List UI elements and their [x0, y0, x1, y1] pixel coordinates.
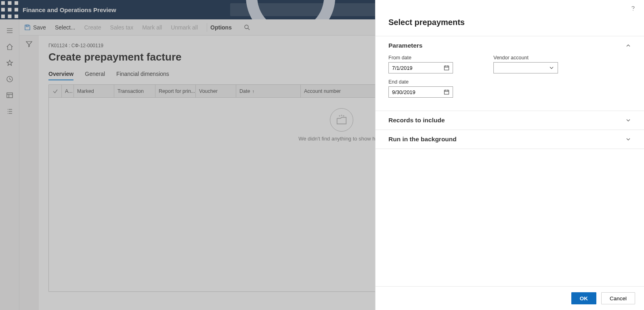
- select-prepayments-panel: Select prepayments Parameters From date …: [375, 0, 644, 310]
- help-icon: [629, 5, 637, 12]
- chevron-up-icon: [625, 43, 631, 48]
- workspaces-button[interactable]: [0, 87, 19, 103]
- svg-rect-6: [1, 15, 5, 18]
- section-parameters-header[interactable]: Parameters: [375, 36, 644, 55]
- chevron-down-icon: [625, 136, 631, 142]
- svg-rect-38: [445, 90, 449, 94]
- folder-icon: [336, 114, 348, 126]
- star-icon: [6, 59, 13, 67]
- calendar-icon: [444, 65, 449, 71]
- svg-point-31: [341, 115, 342, 115]
- svg-rect-3: [1, 8, 5, 12]
- svg-rect-4: [8, 8, 12, 12]
- sort-asc-icon: ↑: [252, 89, 254, 94]
- svg-rect-27: [26, 25, 28, 27]
- col-transaction[interactable]: Transaction: [114, 85, 155, 97]
- tab-general[interactable]: General: [85, 71, 105, 80]
- svg-rect-8: [15, 15, 18, 18]
- salestax-button: Sales tax: [110, 24, 134, 31]
- check-icon: [52, 88, 58, 94]
- col-a[interactable]: A...: [62, 85, 74, 97]
- col-select-all[interactable]: [49, 85, 62, 97]
- tab-overview[interactable]: Overview: [48, 71, 73, 80]
- svg-marker-14: [7, 60, 13, 65]
- col-marked[interactable]: Marked: [74, 85, 114, 97]
- find-button[interactable]: [244, 24, 250, 31]
- svg-point-32: [343, 115, 344, 116]
- recent-button[interactable]: [0, 71, 19, 87]
- svg-point-33: [633, 10, 634, 11]
- vendor-account-label: Vendor account: [493, 55, 558, 61]
- markall-button: Mark all: [142, 24, 162, 31]
- ok-button[interactable]: OK: [571, 292, 596, 304]
- filter-strip: [19, 36, 39, 310]
- section-records: Records to include: [375, 111, 644, 130]
- col-account[interactable]: Account number: [301, 85, 365, 97]
- svg-line-17: [10, 79, 11, 80]
- select-button[interactable]: Select...: [55, 24, 76, 31]
- chevron-down-icon: [625, 117, 631, 123]
- svg-line-29: [248, 28, 250, 30]
- section-records-header[interactable]: Records to include: [375, 111, 644, 130]
- product-title: Finance and Operations Preview: [23, 6, 116, 13]
- home-icon: [6, 43, 13, 50]
- svg-point-28: [245, 25, 248, 29]
- panel-footer: OK Cancel: [375, 286, 644, 310]
- workspace-icon: [6, 92, 13, 99]
- calendar-icon: [444, 89, 449, 95]
- separator: [207, 23, 207, 32]
- svg-rect-2: [15, 1, 18, 5]
- svg-rect-0: [1, 1, 5, 5]
- home-button[interactable]: [0, 39, 19, 55]
- favorites-button[interactable]: [0, 55, 19, 71]
- tab-financial-dimensions[interactable]: Financial dimensions: [116, 71, 169, 80]
- svg-rect-34: [445, 66, 449, 70]
- save-button[interactable]: Save: [24, 24, 46, 31]
- cancel-button[interactable]: Cancel: [601, 292, 635, 304]
- hamburger-button[interactable]: [0, 23, 19, 39]
- clock-icon: [6, 75, 13, 83]
- section-background-header[interactable]: Run in the background: [375, 130, 644, 149]
- chevron-down-icon: [549, 65, 554, 71]
- svg-rect-5: [15, 8, 18, 12]
- empty-state-icon: [330, 108, 353, 132]
- create-button: Create: [84, 24, 101, 31]
- empty-state-text: We didn't find anything to show here.: [298, 136, 384, 142]
- svg-rect-18: [7, 93, 13, 98]
- search-icon: [244, 24, 250, 31]
- svg-rect-7: [8, 15, 12, 18]
- end-date-input[interactable]: [388, 86, 453, 98]
- left-rail: [0, 19, 19, 310]
- svg-rect-1: [8, 1, 12, 5]
- end-date-label: End date: [388, 79, 453, 85]
- hamburger-icon: [6, 27, 13, 34]
- vendor-account-select[interactable]: [493, 62, 558, 73]
- save-icon: [24, 24, 31, 31]
- svg-point-30: [339, 115, 340, 116]
- modules-button[interactable]: [0, 103, 19, 119]
- section-background: Run in the background: [375, 130, 644, 149]
- panel-title: Select prepayments: [375, 16, 644, 36]
- col-date[interactable]: Date↑: [236, 85, 301, 97]
- unmarkall-button: Unmark all: [171, 24, 198, 31]
- save-label: Save: [33, 24, 46, 31]
- section-parameters: Parameters From date End date: [375, 36, 644, 111]
- col-report[interactable]: Report for prin...: [155, 85, 196, 97]
- from-date-input[interactable]: [388, 62, 453, 73]
- waffle-icon: [0, 0, 19, 19]
- options-button[interactable]: Options: [210, 24, 232, 31]
- app-launcher-button[interactable]: [0, 0, 19, 19]
- col-voucher[interactable]: Voucher: [196, 85, 236, 97]
- help-button[interactable]: [627, 2, 639, 16]
- filter-icon: [25, 40, 33, 48]
- from-date-label: From date: [388, 55, 453, 61]
- filter-button[interactable]: [25, 40, 33, 310]
- list-icon: [6, 108, 13, 115]
